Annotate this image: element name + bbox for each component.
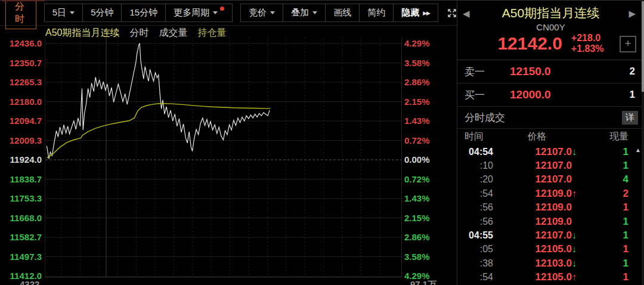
price-axis-tick: 12436.0 [0, 39, 42, 48]
tick-qty: 1 [581, 271, 628, 283]
up-arrow-icon: ↑ [572, 188, 581, 199]
tick-table-rows: ▲ 04:5412107.0↓1:1012107.01:2012107.04:5… [457, 145, 644, 285]
draw-line-button[interactable]: 画线 [326, 4, 360, 21]
tick-price: 12105.0 [493, 271, 572, 283]
tick-time: 04:55 [465, 230, 493, 241]
buy-one-row: 买一 12000.0 1 [457, 83, 644, 107]
tick-qty: 4 [581, 174, 628, 185]
tick-price: 12109.0 [493, 188, 572, 200]
tab-more-periods[interactable]: 更多周期 [166, 4, 232, 21]
percent-axis-tick: 1.43% [404, 194, 430, 203]
period-toolbar: 分时 5日 5分钟 15分钟 更多周期 竞价 叠 [0, 1, 458, 26]
price-axis-tick: 12180.0 [0, 97, 42, 106]
buy-one-label: 买一 [465, 88, 510, 102]
prev-symbol-icon[interactable]: ◀ [463, 8, 470, 19]
tick-time: :56 [465, 202, 493, 213]
tick-time: :38 [465, 258, 493, 269]
percent-axis-tick: 2.15% [404, 213, 430, 222]
price-axis-tick: 11582.7 [0, 233, 42, 241]
down-arrow-icon: ↓ [572, 258, 581, 269]
next-symbol-icon[interactable]: ▶ [628, 8, 636, 19]
hide-button[interactable]: 隐藏 ▶▶ [394, 4, 438, 21]
tick-qty: 1 [581, 216, 628, 228]
down-arrow-icon: ↓ [572, 230, 581, 241]
simple-mode-button[interactable]: 简约 [360, 4, 394, 21]
percent-axis-tick: 0.72% [404, 136, 430, 145]
tick-time: :56 [465, 216, 493, 227]
quote-panel: ◀ ▶ A50期指当月连续 CN00Y 12142.0 +218.0 +1.83… [457, 1, 644, 285]
bid-button[interactable]: 竞价 [241, 4, 283, 21]
tab-5min[interactable]: 5分钟 [83, 4, 122, 21]
panel-scrollbar-track[interactable] [642, 1, 644, 285]
tab-5day-label: 5日 [52, 7, 66, 18]
tick-qty: 1 [581, 146, 628, 158]
col-time: 时间 [465, 131, 493, 143]
add-to-watchlist-button[interactable]: + [620, 36, 636, 52]
period-button-group: 5日 5分钟 15分钟 更多周期 [44, 4, 233, 22]
panel-scrollbar-thumb[interactable] [642, 1, 644, 92]
active-tab-accent [2, 0, 45, 1]
tick-time: :05 [465, 244, 493, 255]
percent-axis-tick: 3.58% [404, 58, 430, 67]
tick-price: 12109.0 [493, 216, 572, 228]
percent-axis-tick: 2.86% [404, 233, 430, 241]
tick-qty: 1 [581, 230, 628, 241]
price-axis-tick: 11668.0 [0, 213, 42, 222]
double-chevron-right-icon: ▶▶ [423, 10, 430, 16]
hide-label: 隐藏 [401, 7, 419, 18]
tab-15min-label: 15分钟 [129, 7, 157, 18]
tick-row: :5612109.01 [457, 215, 644, 228]
down-arrow-icon: ↓ [572, 244, 581, 255]
tick-list-title: 分时成交 [465, 111, 505, 125]
tick-price: 12107.0 [493, 230, 572, 241]
tick-qty: 2 [581, 188, 628, 200]
price-chart-svg [45, 38, 401, 277]
tab-15min[interactable]: 15分钟 [122, 4, 166, 21]
tick-list-titlebar: 分时成交 详 [457, 107, 644, 129]
notification-dot-icon [220, 7, 224, 11]
tick-row: :2012107.04 [457, 173, 644, 187]
tick-time: :20 [465, 174, 493, 185]
fullscreen-expand-icon[interactable] [446, 7, 458, 19]
caret-down-icon [70, 11, 75, 14]
tick-row: :5412109.0↑2 [457, 187, 644, 200]
tick-price: 12109.0 [493, 202, 572, 213]
tools-button-group: 竞价 叠加 画线 简约 隐藏 ▶▶ [240, 4, 438, 22]
tick-qty: 1 [581, 243, 628, 255]
tab-5day[interactable]: 5日 [45, 4, 83, 21]
price-change: +218.0 +1.83% [571, 33, 604, 55]
sell-one-qty: 2 [630, 66, 635, 78]
scroll-up-icon[interactable]: ▲ [635, 147, 641, 153]
buy-one-price: 12000.0 [510, 88, 551, 101]
tick-row: 04:5412107.0↓1 [457, 145, 644, 159]
quote-header: ◀ ▶ A50期指当月连续 CN00Y 12142.0 +218.0 +1.83… [457, 1, 644, 60]
col-qty: 现量 [581, 131, 628, 143]
symbol-code: CN00Y [457, 22, 644, 32]
sell-one-label: 卖一 [465, 65, 510, 79]
tick-price: 12107.0 [493, 160, 572, 172]
draw-label: 画线 [333, 7, 351, 18]
price-axis-tick: 11924.0 [0, 155, 42, 164]
sell-one-price: 12150.0 [510, 65, 551, 78]
percent-axis-tick: 0.72% [404, 175, 430, 184]
tab-minute[interactable]: 分时 [5, 0, 36, 29]
overlay-button[interactable]: 叠加 [283, 4, 326, 21]
tab-5min-label: 5分钟 [91, 7, 113, 18]
price-axis-tick: 12265.3 [0, 78, 42, 86]
price-axis-tick: 12094.7 [0, 116, 42, 125]
tick-row: :0512105.0↓1 [457, 243, 644, 256]
percent-axis-tick: 2.86% [404, 78, 430, 86]
detail-button[interactable]: 详 [622, 111, 638, 125]
tick-qty: 1 [581, 202, 628, 213]
bid-label: 竞价 [249, 7, 267, 18]
price-axis-tick: 11838.7 [0, 175, 42, 184]
tab-more-label: 更多周期 [174, 7, 209, 18]
tick-row: 04:5512107.0↓1 [457, 228, 644, 242]
percent-axis-tick: 2.15% [404, 97, 430, 106]
price-axis-tick: 11497.3 [0, 252, 42, 261]
tick-table-header: 时间 价格 现量 [457, 129, 644, 145]
minute-chart-pane[interactable] [45, 38, 402, 277]
col-price: 价格 [493, 131, 581, 143]
volume-axis-left-label: 4322 [20, 279, 39, 285]
symbol-name: A50期指当月连续 [457, 1, 644, 21]
